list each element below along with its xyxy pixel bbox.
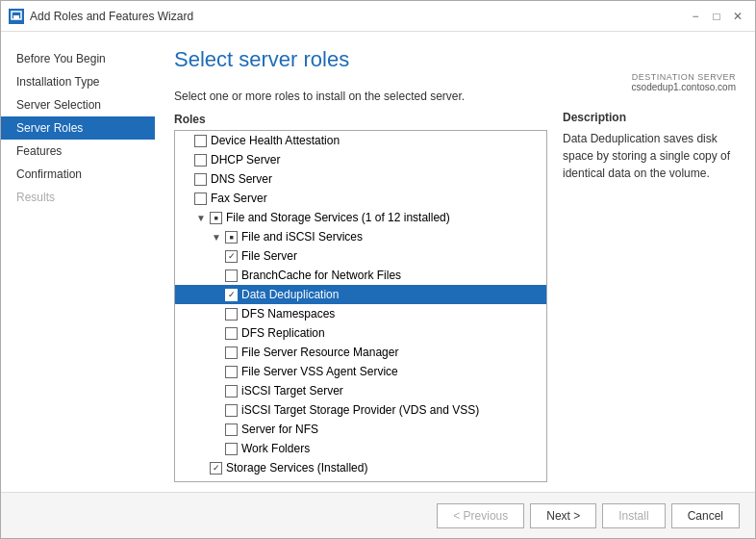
checkbox-dhcp[interactable] bbox=[194, 154, 207, 167]
description-panel: Description Data Deduplication saves dis… bbox=[563, 90, 736, 482]
page-title: Select server roles bbox=[174, 47, 736, 72]
checkbox-iscsi-target[interactable] bbox=[225, 385, 238, 398]
expand-file-iscsi[interactable]: ▼ bbox=[210, 230, 223, 244]
maximize-button[interactable]: □ bbox=[707, 7, 726, 26]
close-button[interactable]: ✕ bbox=[728, 7, 747, 26]
role-label-fsrm: File Server Resource Manager bbox=[241, 346, 398, 359]
role-item-dfs-namespaces[interactable]: DFS Namespaces bbox=[175, 304, 546, 323]
instruction-text: Select one or more roles to install on t… bbox=[174, 90, 547, 103]
main-body: Select one or more roles to install on t… bbox=[155, 80, 755, 492]
role-item-fax[interactable]: Fax Server bbox=[175, 189, 546, 208]
role-item-iscsi-storage[interactable]: iSCSI Target Storage Provider (VDS and V… bbox=[175, 400, 546, 420]
role-label-fax: Fax Server bbox=[211, 192, 267, 205]
sidebar-item-results: Results bbox=[1, 186, 155, 209]
role-item-dns[interactable]: DNS Server bbox=[175, 169, 546, 189]
checkbox-work-folders[interactable] bbox=[225, 443, 238, 455]
role-item-file-server[interactable]: File Server bbox=[175, 246, 546, 266]
checkbox-file-iscsi[interactable] bbox=[225, 231, 238, 244]
sidebar-item-server-selection[interactable]: Server Selection bbox=[1, 93, 155, 116]
sidebar: Before You Begin Installation Type Serve… bbox=[1, 32, 155, 492]
sidebar-item-confirmation[interactable]: Confirmation bbox=[1, 163, 155, 186]
checkbox-device-health[interactable] bbox=[194, 135, 207, 147]
roles-section: Select one or more roles to install on t… bbox=[174, 90, 547, 482]
role-item-work-folders[interactable]: Work Folders bbox=[175, 439, 546, 458]
role-item-storage-services[interactable]: Storage Services (Installed) bbox=[175, 458, 546, 477]
role-label-file-iscsi: File and iSCSI Services bbox=[241, 230, 363, 244]
next-button[interactable]: Next > bbox=[530, 503, 596, 528]
checkbox-data-dedup[interactable] bbox=[225, 289, 238, 301]
sidebar-item-before-you-begin[interactable]: Before You Begin bbox=[1, 47, 155, 70]
role-label-file-server: File Server bbox=[241, 249, 297, 263]
role-item-iscsi-target[interactable]: iSCSI Target Server bbox=[175, 381, 546, 400]
checkbox-vss[interactable] bbox=[225, 366, 238, 378]
role-item-branchcache[interactable]: BranchCache for Network Files bbox=[175, 266, 546, 285]
role-label-iscsi-storage: iSCSI Target Storage Provider (VDS and V… bbox=[241, 403, 479, 417]
content-area: Before You Begin Installation Type Serve… bbox=[1, 32, 755, 492]
role-item-fsrm[interactable]: File Server Resource Manager bbox=[175, 343, 546, 362]
svg-rect-1 bbox=[13, 15, 19, 19]
title-bar-controls: − □ ✕ bbox=[686, 7, 747, 26]
cancel-button[interactable]: Cancel bbox=[671, 503, 740, 528]
destination-server-label: DESTINATION SERVER bbox=[632, 72, 736, 82]
role-item-file-storage[interactable]: ▼ File and Storage Services (1 of 12 ins… bbox=[175, 208, 546, 227]
checkbox-fsrm[interactable] bbox=[225, 346, 238, 359]
roles-label: Roles bbox=[174, 113, 547, 126]
role-label-nfs: Server for NFS bbox=[241, 423, 318, 436]
window: Add Roles and Features Wizard − □ ✕ Befo… bbox=[0, 0, 756, 539]
role-label-dns: DNS Server bbox=[211, 172, 272, 186]
role-label-host-guardian: Host Guardian Service bbox=[211, 480, 327, 481]
destination-server-name: csodedup1.contoso.com bbox=[632, 82, 736, 92]
footer: < Previous Next > Install Cancel bbox=[1, 492, 755, 538]
role-label-branchcache: BranchCache for Network Files bbox=[241, 269, 401, 282]
sidebar-item-server-roles[interactable]: Server Roles bbox=[1, 116, 155, 140]
title-bar: Add Roles and Features Wizard − □ ✕ bbox=[1, 1, 755, 32]
role-label-dfs-replication: DFS Replication bbox=[241, 326, 325, 340]
sidebar-item-installation-type[interactable]: Installation Type bbox=[1, 70, 155, 93]
role-label-vss: File Server VSS Agent Service bbox=[241, 365, 398, 378]
roles-list-container[interactable]: Device Health Attestation DHCP Server DN… bbox=[174, 130, 547, 482]
role-label-dhcp: DHCP Server bbox=[211, 153, 280, 167]
role-label-iscsi-target: iSCSI Target Server bbox=[241, 384, 343, 398]
description-text: Data Deduplication saves disk space by s… bbox=[563, 130, 736, 182]
window-title: Add Roles and Features Wizard bbox=[30, 10, 193, 23]
checkbox-storage-services[interactable] bbox=[210, 462, 222, 475]
app-icon bbox=[9, 9, 24, 24]
role-item-vss[interactable]: File Server VSS Agent Service bbox=[175, 362, 546, 381]
description-label: Description bbox=[563, 111, 736, 124]
horizontal-scrollbar[interactable]: ◀ ▶ bbox=[175, 481, 546, 482]
checkbox-branchcache[interactable] bbox=[225, 270, 238, 282]
role-label-storage-services: Storage Services (Installed) bbox=[226, 461, 367, 475]
checkbox-host-guardian[interactable] bbox=[194, 481, 207, 482]
role-item-device-health[interactable]: Device Health Attestation bbox=[175, 131, 546, 150]
minimize-button[interactable]: − bbox=[686, 7, 705, 26]
install-button[interactable]: Install bbox=[602, 503, 665, 528]
expand-file-storage[interactable]: ▼ bbox=[194, 211, 208, 224]
role-item-dfs-replication[interactable]: DFS Replication bbox=[175, 323, 546, 343]
checkbox-dfs-replication[interactable] bbox=[225, 327, 238, 340]
checkbox-iscsi-storage[interactable] bbox=[225, 404, 238, 417]
checkbox-dfs-namespaces[interactable] bbox=[225, 308, 238, 321]
checkbox-dns[interactable] bbox=[194, 173, 207, 186]
role-item-nfs[interactable]: Server for NFS bbox=[175, 420, 546, 439]
role-item-dhcp[interactable]: DHCP Server bbox=[175, 150, 546, 169]
roles-list[interactable]: Device Health Attestation DHCP Server DN… bbox=[175, 131, 546, 481]
role-label-data-dedup: Data Deduplication bbox=[241, 288, 339, 301]
sidebar-item-features[interactable]: Features bbox=[1, 140, 155, 163]
role-label-dfs-namespaces: DFS Namespaces bbox=[241, 307, 335, 321]
checkbox-file-server[interactable] bbox=[225, 250, 238, 263]
main-content: DESTINATION SERVER csodedup1.contoso.com… bbox=[155, 32, 755, 492]
role-label-file-storage: File and Storage Services (1 of 12 insta… bbox=[226, 211, 450, 224]
previous-button[interactable]: < Previous bbox=[437, 503, 524, 528]
role-label-work-folders: Work Folders bbox=[241, 442, 310, 455]
title-bar-left: Add Roles and Features Wizard bbox=[9, 9, 193, 24]
checkbox-fax[interactable] bbox=[194, 192, 207, 205]
role-label-device-health: Device Health Attestation bbox=[211, 134, 340, 147]
checkbox-nfs[interactable] bbox=[225, 424, 238, 436]
role-item-file-iscsi[interactable]: ▼ File and iSCSI Services bbox=[175, 227, 546, 246]
checkbox-file-storage[interactable] bbox=[210, 212, 222, 224]
role-item-data-dedup[interactable]: Data Deduplication bbox=[175, 285, 546, 304]
destination-server: DESTINATION SERVER csodedup1.contoso.com bbox=[632, 72, 736, 92]
